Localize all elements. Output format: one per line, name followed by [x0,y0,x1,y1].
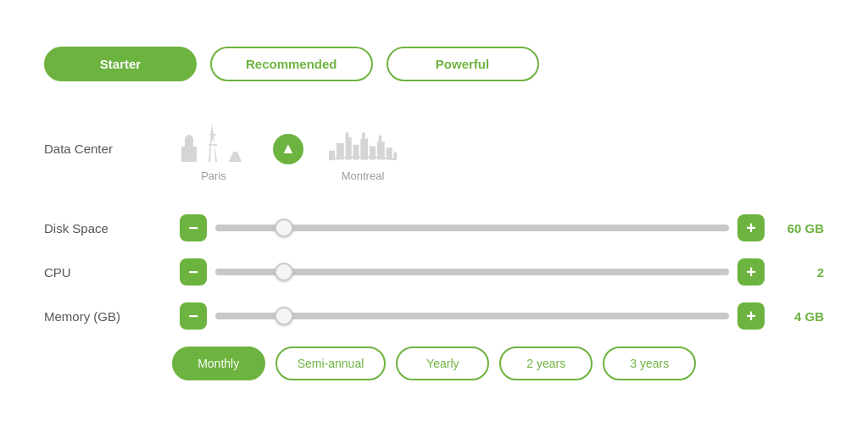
svg-rect-10 [346,137,352,160]
plan-tabs: Starter Recommended Powerful [44,47,824,81]
disk-space-row: Disk Space − + 60 GB [44,214,824,241]
montreal-skyline-icon [329,115,397,166]
datacenter-montreal[interactable]: Montreal [329,115,397,182]
cpu-slider-wrap [215,263,729,280]
svg-rect-11 [346,133,349,139]
cpu-increase-button[interactable]: + [737,258,765,286]
svg-rect-17 [379,136,382,143]
memory-slider[interactable] [215,313,729,319]
datacenter-options: Paris ▲ [180,115,397,182]
billing-tabs: Monthly Semi-annual Yearly 2 years 3 yea… [44,347,824,380]
disk-space-slider[interactable] [215,225,729,231]
disk-space-label: Disk Space [44,221,180,236]
datacenter-paris[interactable]: Paris [180,115,248,182]
montreal-label: Montreal [342,169,385,182]
disk-space-decrease-button[interactable]: − [180,214,207,241]
memory-decrease-button[interactable]: − [180,302,207,330]
cpu-row: CPU − + 2 [44,258,824,286]
cpu-value: 2 [765,265,824,280]
cpu-decrease-button[interactable]: − [180,258,207,286]
memory-increase-button[interactable]: + [737,302,765,330]
datacenter-row: Data Center [44,107,824,191]
datacenter-label: Data Center [44,141,180,156]
memory-label: Memory (GB) [44,309,180,324]
paris-label: Paris [201,169,226,182]
cpu-label: CPU [44,265,180,280]
billing-tab-3years[interactable]: 3 years [603,347,696,380]
memory-row: Memory (GB) − + 4 GB [44,302,824,330]
memory-value: 4 GB [765,309,824,324]
paris-skyline-icon [180,115,248,166]
memory-slider-wrap [215,308,729,324]
billing-tab-monthly[interactable]: Monthly [172,347,265,380]
plan-tab-recommended[interactable]: Recommended [210,47,373,81]
datacenter-navigate-icon[interactable]: ▲ [273,134,303,164]
billing-tab-2years[interactable]: 2 years [499,347,593,380]
plan-tab-powerful[interactable]: Powerful [387,47,539,81]
svg-marker-3 [209,123,217,162]
main-container: Starter Recommended Powerful Data Center [19,30,849,397]
disk-space-value: 60 GB [765,221,824,236]
svg-rect-14 [362,133,365,141]
billing-tab-semi-annual[interactable]: Semi-annual [275,347,387,380]
svg-rect-2 [186,147,192,155]
disk-space-slider-wrap [215,219,729,236]
cpu-slider[interactable] [215,269,729,275]
plan-tab-starter[interactable]: Starter [44,47,197,81]
disk-space-increase-button[interactable]: + [737,214,765,241]
billing-tab-yearly[interactable]: Yearly [396,347,489,380]
